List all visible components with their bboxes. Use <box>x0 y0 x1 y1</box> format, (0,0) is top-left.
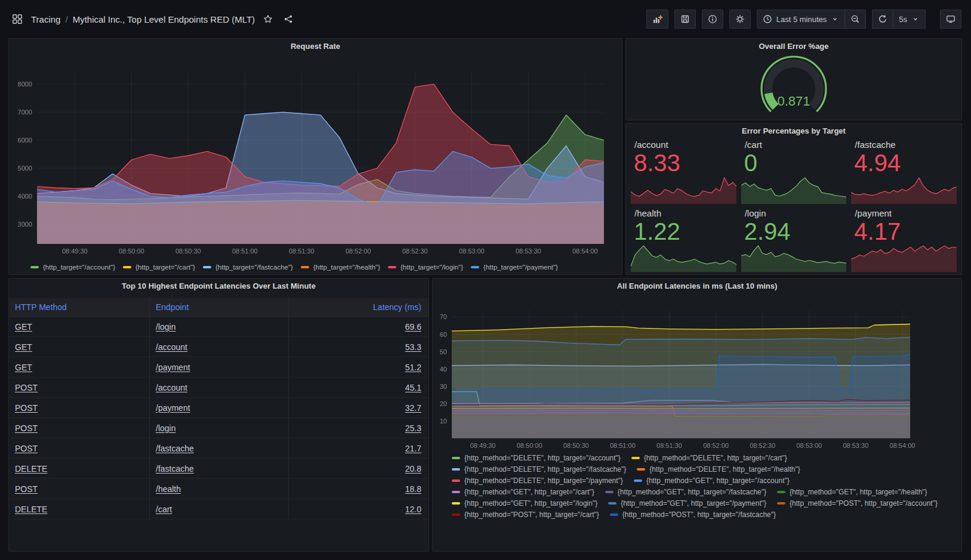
legend-item[interactable]: {http_target="/fastcache"} <box>203 264 293 271</box>
legend-item[interactable]: {http_method="GET", http_target="/fastca… <box>605 488 766 496</box>
latency-link[interactable]: 32.7 <box>405 403 421 413</box>
breadcrumb-section-tracing[interactable]: Tracing <box>31 14 60 24</box>
cycle-view-mode-button[interactable] <box>940 10 961 29</box>
svg-text:5000: 5000 <box>18 165 32 172</box>
svg-text:08:50:30: 08:50:30 <box>563 442 589 449</box>
method-link[interactable]: POST <box>15 383 38 392</box>
column-header-endpoint[interactable]: Endpoint <box>150 298 289 316</box>
endpoint-link[interactable]: /account <box>156 342 187 352</box>
panel-title-error-by-target[interactable]: Error Percentages by Target <box>626 126 961 135</box>
legend-color-marker <box>452 491 460 493</box>
refresh-button[interactable] <box>872 10 893 29</box>
legend-item[interactable]: {http_method="GET", http_target="/paymen… <box>608 499 766 508</box>
legend-color-marker <box>123 266 131 268</box>
gauge-wrap: 0.871 <box>626 52 961 119</box>
add-panel-button[interactable] <box>646 10 668 29</box>
legend-row: {http_method="DELETE", http_target="/pay… <box>452 477 929 485</box>
stat-value: 8.33 <box>634 150 680 175</box>
stat-value: 4.94 <box>854 150 901 175</box>
request-rate-chart[interactable]: 30004000500060007000800008:49:3008:50:00… <box>9 39 622 259</box>
refresh-controls-group: 5s <box>872 10 926 29</box>
svg-text:08:51:30: 08:51:30 <box>656 442 682 449</box>
legend-color-marker <box>452 502 460 505</box>
panel-latency-table: Top 10 Highest Endpoint Latencies Over L… <box>8 278 429 552</box>
endpoint-latencies-chart[interactable]: 1020304050607008:49:3008:50:0008:50:3008… <box>433 279 961 453</box>
column-header-http-method[interactable]: HTTP Method <box>9 298 150 316</box>
legend-color-marker <box>608 502 616 505</box>
legend-item[interactable]: {http_method="DELETE", http_target="/fas… <box>452 465 626 474</box>
method-link[interactable]: POST <box>15 423 38 433</box>
legend-item[interactable]: {http_method="GET", http_target="/accoun… <box>634 477 790 485</box>
legend-item[interactable]: {http_method="POST", http_target="/accou… <box>777 499 938 508</box>
legend-item[interactable]: {http_target="/health"} <box>301 264 380 271</box>
save-dashboard-button[interactable] <box>674 10 696 29</box>
error-stats-grid: /account8.33/cart0/fastcache4.94/health1… <box>631 139 957 272</box>
share-button[interactable] <box>281 12 295 26</box>
method-link[interactable]: POST <box>15 484 38 494</box>
legend-item[interactable]: {http_method="POST", http_target="/cart"… <box>452 511 599 519</box>
latency-link[interactable]: 21.7 <box>405 444 421 453</box>
apps-menu-button[interactable] <box>10 11 25 27</box>
svg-text:50: 50 <box>440 348 447 355</box>
method-link[interactable]: GET <box>15 363 32 372</box>
endpoint-link[interactable]: /login <box>156 322 175 332</box>
legend-label: {http_method="POST", http_target="/fastc… <box>622 511 776 519</box>
legend-color-marker <box>30 266 39 268</box>
method-link[interactable]: POST <box>15 403 38 413</box>
table-header-row: HTTP MethodEndpointLatency (ms) <box>9 298 429 317</box>
endpoint-link[interactable]: /login <box>156 423 175 433</box>
legend-item[interactable]: {http_method="DELETE", http_target="/car… <box>631 454 787 462</box>
table-cell: GET <box>9 357 150 377</box>
legend-item[interactable]: {http_method="GET", http_target="/health… <box>777 488 927 496</box>
latency-link[interactable]: 25.3 <box>405 423 421 433</box>
legend-label: {http_method="GET", http_target="/paymen… <box>621 499 766 508</box>
method-link[interactable]: GET <box>15 322 32 332</box>
legend-item[interactable]: {http_method="GET", http_target="/cart"} <box>452 488 594 496</box>
refresh-interval-picker[interactable]: 5s <box>893 10 926 29</box>
latency-link[interactable]: 69.6 <box>405 322 421 332</box>
table-cell: /payment <box>150 398 289 417</box>
panel-title-latency-table[interactable]: Top 10 Highest Endpoint Latencies Over L… <box>9 281 429 290</box>
panel-error-by-target: Error Percentages by Target /account8.33… <box>625 123 962 275</box>
column-header-latency-ms-[interactable]: Latency (ms) <box>289 298 429 316</box>
latency-link[interactable]: 12.0 <box>405 505 421 514</box>
legend-item[interactable]: {http_method="DELETE", http_target="/acc… <box>452 454 621 462</box>
endpoint-link[interactable]: /account <box>156 383 187 392</box>
legend-item[interactable]: {http_method="GET", http_target="/login"… <box>452 499 597 508</box>
method-link[interactable]: POST <box>15 444 38 453</box>
endpoint-link[interactable]: /fastcache <box>156 444 194 453</box>
endpoint-link[interactable]: /fastcache <box>156 464 194 474</box>
legend-item[interactable]: {http_target="/payment"} <box>471 264 558 271</box>
latency-link[interactable]: 53.3 <box>405 342 421 352</box>
svg-text:08:51:30: 08:51:30 <box>289 247 315 255</box>
endpoint-link[interactable]: /payment <box>156 403 190 413</box>
legend-item[interactable]: {http_method="DELETE", http_target="/hea… <box>637 465 800 474</box>
endpoint-link[interactable]: /payment <box>156 363 190 372</box>
latency-link[interactable]: 18.8 <box>405 484 421 494</box>
legend-item[interactable]: {http_method="DELETE", http_target="/pay… <box>452 477 623 485</box>
latency-link[interactable]: 45.1 <box>405 383 421 392</box>
legend-item[interactable]: {http_method="POST", http_target="/fastc… <box>610 511 776 519</box>
time-range-picker[interactable]: Last 5 minutes <box>757 10 846 29</box>
legend-item[interactable]: {http_target="/cart"} <box>123 264 195 271</box>
table-cell: /account <box>150 378 289 397</box>
legend-item[interactable]: {http_target="/account"} <box>30 264 115 271</box>
table-cell: GET <box>9 317 150 336</box>
panel-title-overall-error[interactable]: Overall Error %age <box>626 42 961 51</box>
legend-label: {http_method="GET", http_target="/login"… <box>464 499 597 508</box>
dashboard-info-button[interactable] <box>702 10 723 29</box>
endpoint-link[interactable]: /health <box>156 484 181 494</box>
latency-link[interactable]: 51.2 <box>405 363 421 372</box>
stat-account: /account8.33 <box>631 139 736 204</box>
method-link[interactable]: DELETE <box>15 505 47 514</box>
zoom-out-button[interactable] <box>844 10 866 29</box>
legend-row: {http_method="DELETE", http_target="/fas… <box>452 465 929 474</box>
latency-link[interactable]: 20.8 <box>405 464 421 474</box>
legend-row: {http_method="GET", http_target="/login"… <box>452 499 929 508</box>
method-link[interactable]: GET <box>15 342 32 352</box>
legend-item[interactable]: {http_target="/login"} <box>388 264 463 271</box>
dashboard-settings-button[interactable] <box>729 10 751 29</box>
method-link[interactable]: DELETE <box>15 464 47 474</box>
endpoint-link[interactable]: /cart <box>156 505 172 514</box>
favorite-star-button[interactable] <box>261 12 275 26</box>
